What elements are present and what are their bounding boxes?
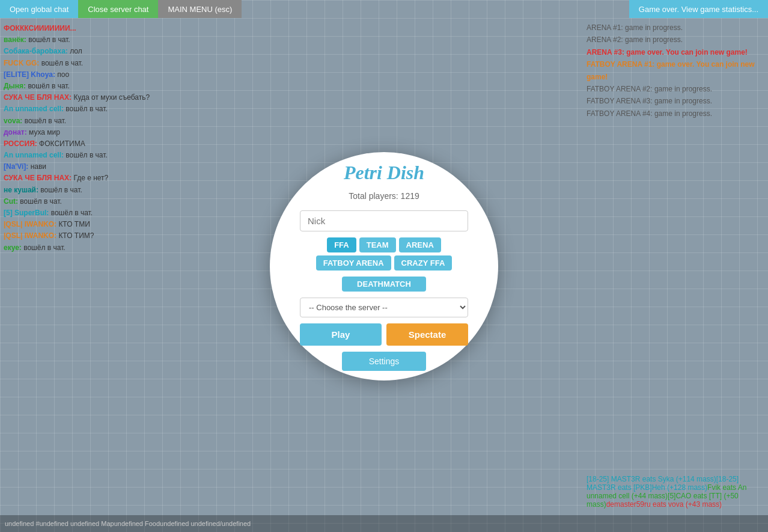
chat-line: ФОКККCИИИИИИИ... xyxy=(4,23,189,34)
bottom-bar: undefined #undefined undefined Mapundefi… xyxy=(0,515,768,532)
modal-subtitle: Total players: 1219 xyxy=(349,191,419,201)
chat-line: |QSL| IWANKO: КТО ТИМ? xyxy=(4,230,189,242)
chat-message-text: КТО ТМИ xyxy=(56,220,90,228)
chat-message-text: вошёл в чат. xyxy=(26,82,70,90)
chat-message-text: вошёл в чат. xyxy=(22,117,66,125)
chat-username: не кушай: xyxy=(4,186,38,194)
chat-message-text: вошёл в чат. xyxy=(22,243,66,252)
chat-message-text: вошёл в чат. xyxy=(64,105,108,113)
chat-line: FUCK GG: вошёл в чат. xyxy=(4,58,189,69)
modal-title: Petri Dish xyxy=(344,162,424,184)
chat-username: Собака-бароbаха: xyxy=(4,47,68,55)
bottom-bar-text: undefined #undefined undefined Mapundefi… xyxy=(5,520,251,527)
chat-line: vova: вошёл в чат. xyxy=(4,115,189,127)
action-buttons: Play Spectate xyxy=(300,323,468,346)
chat-username: Дыня: xyxy=(4,82,26,90)
chat-panel-left: ФОКККCИИИИИИИ...ванёк: вошёл в чат.Собак… xyxy=(0,18,192,514)
arena-status-line: ARENA #1: game in progress. xyxy=(587,22,763,34)
deathmatch-row: DEATHMATCH xyxy=(342,277,426,292)
chat-username: донат: xyxy=(4,128,27,136)
mode-btn-arena[interactable]: ARENA xyxy=(399,237,441,252)
chat-line: Cut: вошёл в чат. xyxy=(4,196,189,207)
game-over-button[interactable]: Game over. View game statistics... xyxy=(629,0,768,18)
chat-username: ФОКККCИИИИИИИ... xyxy=(4,24,76,32)
chat-line: екуе: вошёл в чат. xyxy=(4,242,189,254)
arena-status-line: FATBOY ARENA #2: game in progress. xyxy=(587,83,763,95)
chat-username: |QSL| IWANKO: xyxy=(4,220,56,228)
chat-message-text: вошёл в чат. xyxy=(64,151,108,159)
chat-message-text: ФОКСИТИМА xyxy=(37,139,85,148)
spectate-button[interactable]: Spectate xyxy=(386,323,468,346)
chat-message-text: вошёл в чат. xyxy=(26,35,70,44)
chat-username: [ELITE] Khoya: xyxy=(4,70,55,79)
chat-line: [5] SuperBul: вошёл в чат. xyxy=(4,207,189,219)
mode-btn-ffa[interactable]: FFA xyxy=(327,237,356,252)
kill-feed: [18-25] MAST3R eats Syka (+114 mass)[18-… xyxy=(582,472,768,511)
chat-username: екуе: xyxy=(4,243,22,252)
chat-message-text: Где е нет? xyxy=(72,174,108,182)
chat-line: СУКА ЧЕ БЛЯ НАХ: Куда от мухи съебать? xyxy=(4,92,189,103)
chat-message-text: лол xyxy=(68,47,82,55)
close-server-chat-button[interactable]: Close server chat xyxy=(78,0,158,18)
chat-username: An unnamed cell: xyxy=(4,105,64,113)
main-menu-button[interactable]: MAIN MENU (esc) xyxy=(158,0,242,18)
chat-username: vova: xyxy=(4,117,22,125)
mode-btn-crazy-ffa[interactable]: CRAZY FFA xyxy=(394,255,453,271)
deathmatch-button[interactable]: DEATHMATCH xyxy=(342,277,426,292)
chat-line: ванёк: вошёл в чат. xyxy=(4,34,189,46)
chat-line: Дыня: вошёл в чат. xyxy=(4,81,189,92)
chat-username: ванёк: xyxy=(4,35,26,44)
chat-line: РОССИЯ: ФОКСИТИМА xyxy=(4,138,189,150)
modal-dialog: Petri Dish Total players: 1219 FFATEAMAR… xyxy=(270,152,498,381)
chat-message-text: Куда от мухи съебать? xyxy=(72,93,150,102)
open-global-chat-button[interactable]: Open global chat xyxy=(0,0,78,18)
chat-username: An unnamed cell: xyxy=(4,151,64,159)
panel-right: ARENA #1: game in progress.ARENA #2: gam… xyxy=(582,18,768,514)
kill-feed-line: [18-25] MAST3R eats Syka (+114 mass) xyxy=(587,475,716,483)
arena-status-line: FATBOY ARENA #1: game over. You can join… xyxy=(587,58,763,83)
arena-status-line: ARENA #2: game in progress. xyxy=(587,34,763,46)
settings-button[interactable]: Settings xyxy=(342,352,426,371)
nick-input[interactable] xyxy=(300,210,468,231)
chat-username: FUCK GG: xyxy=(4,59,39,67)
server-select[interactable]: -- Choose the server -- xyxy=(300,298,468,317)
chat-line: [ELITE] Khoya: поо xyxy=(4,69,189,81)
chat-message-text: вошёл в чат. xyxy=(49,209,93,217)
chat-line: |QSL| IWANKO: КТО ТМИ xyxy=(4,219,189,230)
chat-message-text: вошёл в чат. xyxy=(39,59,83,67)
chat-username: СУКА ЧЕ БЛЯ НАХ: xyxy=(4,174,72,182)
chat-username: [5] SuperBul: xyxy=(4,209,49,217)
game-modes: FFATEAMARENAFATBOY ARENACRAZY FFA xyxy=(300,237,468,271)
chat-line: An unnamed cell: вошёл в чат. xyxy=(4,103,189,115)
chat-line: An unnamed cell: вошёл в чат. xyxy=(4,150,189,161)
play-button[interactable]: Play xyxy=(300,323,382,346)
chat-line: Собака-бароbаха: лол xyxy=(4,46,189,57)
arena-status-line: FATBOY ARENA #3: game in progress. xyxy=(587,95,763,107)
chat-username: РОССИЯ: xyxy=(4,139,37,148)
chat-message-text: нави xyxy=(28,162,46,171)
chat-message-text: муха мир xyxy=(27,128,60,136)
arena-status-line: FATBOY ARENA #4: game in progress. xyxy=(587,108,763,120)
chat-username: [Na'Vi]: xyxy=(4,162,28,171)
chat-message-text: вошёл в чат. xyxy=(18,197,62,206)
mode-btn-team[interactable]: TEAM xyxy=(359,237,396,252)
chat-line: СУКА ЧЕ БЛЯ НАХ: Где е нет? xyxy=(4,173,189,184)
chat-message-text: КТО ТИМ? xyxy=(56,231,94,240)
chat-line: донат: муха мир xyxy=(4,127,189,138)
mode-btn-fatboy-arena[interactable]: FATBOY ARENA xyxy=(316,255,391,271)
chat-username: |QSL| IWANKO: xyxy=(4,231,56,240)
chat-line: [Na'Vi]: нави xyxy=(4,161,189,173)
chat-line: не кушай: вошёл в чат. xyxy=(4,185,189,196)
chat-message-text: поо xyxy=(55,70,69,79)
chat-username: Cut: xyxy=(4,197,18,206)
chat-username: СУКА ЧЕ БЛЯ НАХ: xyxy=(4,93,72,102)
arena-status-line: ARENA #3: game over. You can join new ga… xyxy=(587,46,763,58)
chat-message-text: вошёл в чат. xyxy=(38,186,82,194)
kill-feed-line: demaster59ru eats vova (+43 mass) xyxy=(606,500,722,509)
top-bar: Open global chat Close server chat MAIN … xyxy=(0,0,768,18)
top-bar-spacer xyxy=(242,0,629,18)
